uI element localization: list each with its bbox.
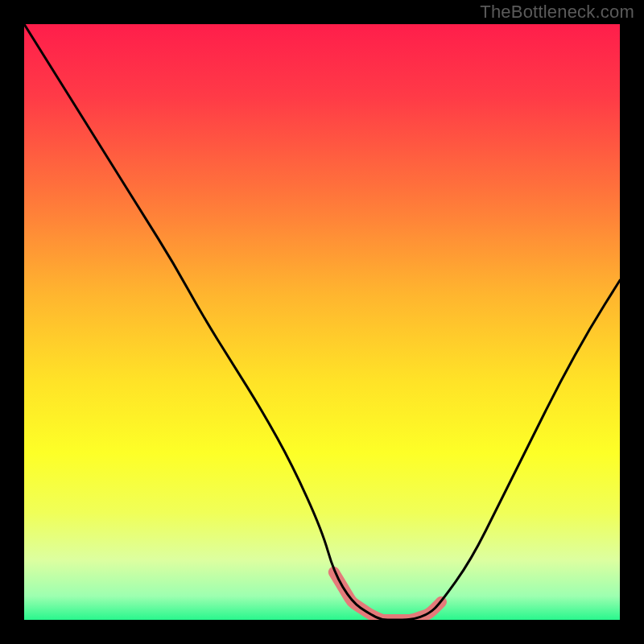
bottleneck-chart bbox=[0, 0, 644, 644]
chart-frame: TheBottleneck.com bbox=[0, 0, 644, 644]
